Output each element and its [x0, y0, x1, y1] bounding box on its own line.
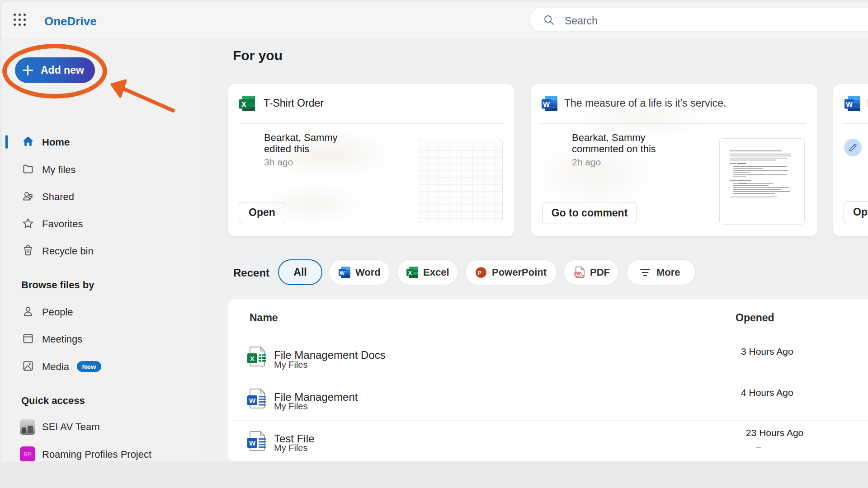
svg-text:W: W — [249, 439, 256, 447]
svg-text:X: X — [241, 100, 247, 109]
svg-text:X: X — [408, 270, 412, 276]
svg-text:W: W — [543, 101, 550, 108]
svg-text:W: W — [846, 101, 853, 108]
svg-text:W: W — [249, 397, 256, 404]
svg-text:X: X — [250, 355, 255, 362]
svg-text:P: P — [477, 269, 481, 276]
svg-text:PDF: PDF — [575, 272, 581, 276]
svg-text:W: W — [340, 270, 345, 276]
